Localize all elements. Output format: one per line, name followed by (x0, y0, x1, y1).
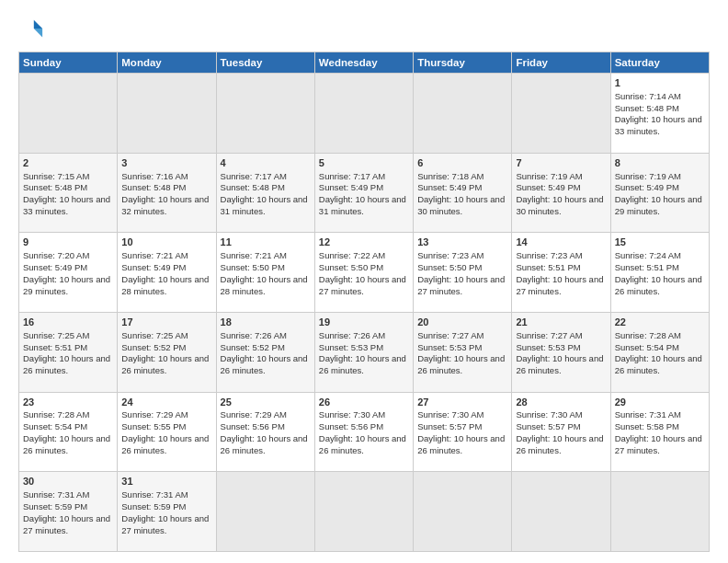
logo (18, 17, 48, 42)
calendar-cell: 1 Sunrise: 7:14 AM Sunset: 5:48 PM Dayli… (610, 74, 709, 154)
calendar-week-2: 9 Sunrise: 7:20 AM Sunset: 5:49 PM Dayli… (19, 233, 710, 313)
day-number: 10 (121, 236, 211, 249)
sunrise-label: Sunrise: 7:21 AM (221, 250, 287, 260)
daylight-label: Daylight: 10 hours and 28 minutes. (121, 274, 209, 296)
calendar-cell: 27 Sunrise: 7:30 AM Sunset: 5:57 PM Dayl… (414, 392, 512, 472)
day-number: 25 (221, 396, 311, 409)
day-number: 26 (319, 396, 409, 409)
calendar-cell: 8 Sunrise: 7:19 AM Sunset: 5:49 PM Dayli… (610, 153, 709, 233)
daylight-label: Daylight: 10 hours and 26 minutes. (121, 433, 209, 455)
sunrise-label: Sunrise: 7:15 AM (23, 171, 89, 181)
calendar-week-0: 1 Sunrise: 7:14 AM Sunset: 5:48 PM Dayli… (19, 74, 710, 154)
day-number: 16 (23, 316, 113, 329)
sunrise-label: Sunrise: 7:30 AM (319, 409, 385, 419)
day-number: 27 (417, 396, 507, 409)
calendar-cell: 16 Sunrise: 7:25 AM Sunset: 5:51 PM Dayl… (19, 312, 118, 392)
daylight-label: Daylight: 10 hours and 26 minutes. (221, 353, 308, 375)
sunset-label: Sunset: 5:48 PM (221, 182, 285, 192)
sunset-label: Sunset: 5:51 PM (615, 262, 679, 272)
daylight-label: Daylight: 10 hours and 26 minutes. (516, 433, 603, 455)
daylight-label: Daylight: 10 hours and 27 minutes. (516, 274, 603, 296)
calendar-cell: 31 Sunrise: 7:31 AM Sunset: 5:59 PM Dayl… (118, 472, 216, 552)
sunrise-label: Sunrise: 7:30 AM (516, 409, 582, 419)
sunset-label: Sunset: 5:49 PM (417, 182, 482, 192)
calendar-cell: 22 Sunrise: 7:28 AM Sunset: 5:54 PM Dayl… (610, 312, 709, 392)
sunrise-label: Sunrise: 7:25 AM (121, 330, 188, 340)
day-number: 4 (221, 156, 311, 170)
sunset-label: Sunset: 5:50 PM (417, 262, 482, 272)
calendar-table: SundayMondayTuesdayWednesdayThursdayFrid… (18, 52, 710, 552)
calendar-cell (216, 74, 314, 154)
day-number: 7 (516, 156, 606, 170)
calendar-cell (118, 74, 216, 154)
day-number: 29 (615, 396, 705, 409)
day-number: 18 (221, 316, 311, 329)
calendar-cell: 12 Sunrise: 7:22 AM Sunset: 5:50 PM Dayl… (314, 233, 413, 313)
calendar-header-tuesday: Tuesday (216, 52, 314, 74)
day-number: 9 (23, 236, 113, 249)
calendar-cell: 5 Sunrise: 7:17 AM Sunset: 5:49 PM Dayli… (314, 153, 413, 233)
sunset-label: Sunset: 5:48 PM (23, 182, 87, 192)
sunrise-label: Sunrise: 7:27 AM (516, 330, 582, 340)
sunset-label: Sunset: 5:49 PM (23, 262, 87, 272)
daylight-label: Daylight: 10 hours and 31 minutes. (221, 194, 308, 216)
sunrise-label: Sunrise: 7:19 AM (615, 171, 681, 181)
day-number: 19 (319, 316, 409, 329)
sunrise-label: Sunrise: 7:17 AM (319, 171, 385, 181)
calendar-cell (512, 74, 610, 154)
day-number: 17 (121, 316, 211, 329)
calendar-header-wednesday: Wednesday (314, 52, 413, 74)
calendar-header-saturday: Saturday (610, 52, 709, 74)
calendar-cell: 2 Sunrise: 7:15 AM Sunset: 5:48 PM Dayli… (19, 153, 118, 233)
daylight-label: Daylight: 10 hours and 27 minutes. (417, 274, 505, 296)
daylight-label: Daylight: 10 hours and 27 minutes. (615, 433, 702, 455)
calendar-week-3: 16 Sunrise: 7:25 AM Sunset: 5:51 PM Dayl… (19, 312, 710, 392)
sunset-label: Sunset: 5:56 PM (319, 421, 383, 431)
daylight-label: Daylight: 10 hours and 26 minutes. (417, 353, 505, 375)
calendar-cell: 14 Sunrise: 7:23 AM Sunset: 5:51 PM Dayl… (512, 233, 610, 313)
daylight-label: Daylight: 10 hours and 27 minutes. (121, 513, 209, 535)
sunset-label: Sunset: 5:57 PM (417, 421, 482, 431)
daylight-label: Daylight: 10 hours and 26 minutes. (121, 353, 209, 375)
day-number: 31 (121, 475, 211, 488)
sunset-label: Sunset: 5:53 PM (417, 342, 482, 352)
calendar-header-monday: Monday (118, 52, 216, 74)
sunset-label: Sunset: 5:51 PM (516, 262, 580, 272)
sunrise-label: Sunrise: 7:22 AM (319, 250, 385, 260)
daylight-label: Daylight: 10 hours and 28 minutes. (221, 274, 308, 296)
calendar-cell: 15 Sunrise: 7:24 AM Sunset: 5:51 PM Dayl… (610, 233, 709, 313)
calendar-cell: 10 Sunrise: 7:21 AM Sunset: 5:49 PM Dayl… (118, 233, 216, 313)
sunrise-label: Sunrise: 7:20 AM (23, 250, 89, 260)
svg-marker-1 (34, 29, 42, 37)
sunset-label: Sunset: 5:59 PM (23, 501, 87, 511)
sunrise-label: Sunrise: 7:31 AM (615, 409, 681, 419)
day-number: 2 (23, 156, 113, 170)
calendar-cell (414, 472, 512, 552)
calendar-header-friday: Friday (512, 52, 610, 74)
day-number: 6 (417, 156, 507, 170)
sunset-label: Sunset: 5:54 PM (23, 421, 87, 431)
daylight-label: Daylight: 10 hours and 26 minutes. (23, 433, 110, 455)
daylight-label: Daylight: 10 hours and 29 minutes. (615, 194, 702, 216)
day-number: 15 (615, 236, 705, 249)
sunrise-label: Sunrise: 7:31 AM (121, 489, 188, 500)
calendar-cell: 7 Sunrise: 7:19 AM Sunset: 5:49 PM Dayli… (512, 153, 610, 233)
svg-marker-0 (34, 20, 42, 29)
day-number: 28 (516, 396, 606, 409)
day-number: 13 (417, 236, 507, 249)
sunrise-label: Sunrise: 7:23 AM (516, 250, 582, 260)
calendar-week-1: 2 Sunrise: 7:15 AM Sunset: 5:48 PM Dayli… (19, 153, 710, 233)
day-number: 23 (23, 396, 113, 409)
day-number: 3 (121, 156, 211, 170)
calendar-cell (414, 74, 512, 154)
sunrise-label: Sunrise: 7:18 AM (417, 171, 483, 181)
calendar-week-5: 30 Sunrise: 7:31 AM Sunset: 5:59 PM Dayl… (19, 472, 710, 552)
sunrise-label: Sunrise: 7:29 AM (221, 409, 287, 419)
sunrise-label: Sunrise: 7:26 AM (221, 330, 287, 340)
sunrise-label: Sunrise: 7:23 AM (417, 250, 483, 260)
calendar-cell (314, 472, 413, 552)
sunrise-label: Sunrise: 7:30 AM (417, 409, 483, 419)
day-number: 30 (23, 475, 113, 488)
sunset-label: Sunset: 5:49 PM (516, 182, 580, 192)
day-number: 24 (121, 396, 211, 409)
